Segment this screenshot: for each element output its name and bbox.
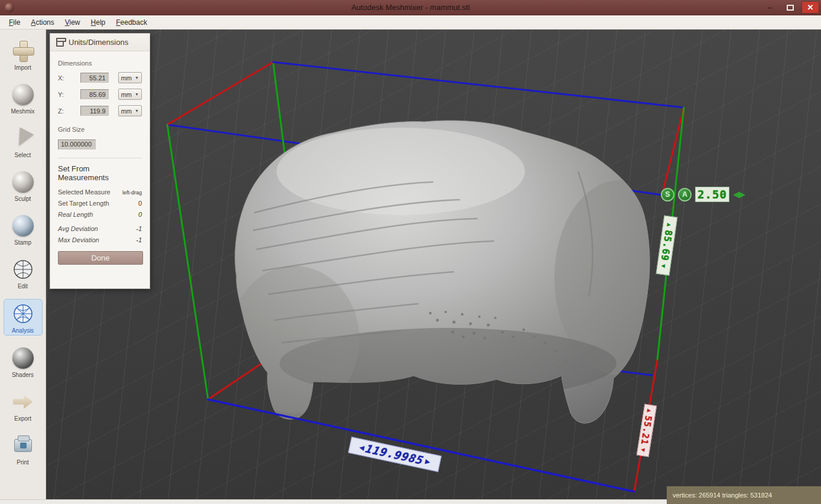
menu-view[interactable]: View — [60, 17, 86, 28]
shaders-sphere-icon — [12, 347, 34, 369]
measure-label: Selected Measure — [58, 188, 111, 196]
mesh-stats-bar: vertices: 265914 triangles: 531824 — [667, 486, 821, 504]
print-printer-icon — [14, 439, 32, 452]
unit-y-value: mm — [121, 91, 132, 98]
dimension-row-z: Z: mm ▼ — [58, 105, 142, 116]
maximize-button[interactable] — [782, 2, 799, 13]
arrow-down-icon: ▼ — [660, 262, 667, 269]
dimension-row-y: Y: mm ▼ — [58, 89, 142, 100]
auto-toggle-button[interactable]: A — [678, 188, 692, 201]
tool-sidebar: Import Meshmix Select Sculpt Stamp Edit … — [0, 30, 46, 499]
minimize-button[interactable]: – — [762, 2, 778, 13]
measurement-row: Set Target Length 0 — [58, 200, 142, 207]
bottom-scrollbar[interactable] — [0, 499, 667, 504]
title-bar: Autodesk Meshmixer - mammut.stl – ✕ — [0, 0, 821, 15]
target-length-value[interactable]: 2.50 — [695, 187, 729, 202]
measure-label: Max Deviation — [58, 236, 99, 243]
measure-value: -1 — [136, 225, 142, 232]
chevron-down-icon: ▼ — [135, 76, 139, 80]
sidebar-item-label: Import — [14, 64, 31, 71]
arrow-left-icon: ◀ — [359, 443, 365, 451]
panel-divider — [58, 158, 142, 158]
chevron-down-icon: ▼ — [135, 92, 139, 96]
menu-bar: File Actions View Help Feedback — [0, 15, 821, 30]
measure-value: left-drag — [122, 190, 142, 196]
target-length-stepper-arrows[interactable]: ◀▶ — [733, 189, 744, 200]
sidebar-item-shaders[interactable]: Shaders — [4, 344, 43, 379]
grid-size-label: Grid Size — [58, 126, 142, 133]
sidebar-item-label: Print — [17, 459, 29, 466]
arrow-right-icon: ▶ — [424, 457, 431, 466]
window-controls: – ✕ — [762, 2, 819, 13]
sidebar-item-print[interactable]: Print — [4, 431, 43, 467]
measure-label: Real Length — [58, 211, 93, 218]
sidebar-item-label: Stamp — [14, 239, 31, 246]
measurement-row: Selected Measure left-drag — [58, 188, 142, 196]
dim-x-input[interactable] — [80, 73, 109, 83]
menu-actions[interactable]: Actions — [25, 17, 59, 28]
sidebar-item-label: Meshmix — [11, 108, 34, 115]
window-title: Autodesk Meshmixer - mammut.stl — [0, 3, 821, 12]
measurement-row: Max Deviation -1 — [58, 236, 142, 243]
close-button[interactable]: ✕ — [802, 2, 819, 13]
unit-x-dropdown[interactable]: mm ▼ — [118, 72, 142, 83]
sidebar-item-label: Edit — [18, 283, 28, 290]
menu-file[interactable]: File — [4, 17, 25, 28]
sidebar-item-label: Analysis — [12, 327, 34, 334]
arrow-down-icon: ▼ — [640, 446, 648, 454]
viewport-3d[interactable]: S A 2.50 ◀▶ ▲ 85.69 ▼ ▲ 55.21 ▼ ◀ 119.99… — [46, 30, 821, 504]
mesh-stats-text: vertices: 265914 triangles: 531824 — [673, 492, 772, 499]
grid-size-input[interactable] — [58, 139, 96, 149]
sidebar-item-select[interactable]: Select — [4, 124, 43, 160]
import-plus-icon — [12, 40, 34, 61]
unit-z-value: mm — [121, 108, 132, 115]
dim-z-input[interactable] — [80, 106, 109, 116]
measurement-row: Real Length 0 — [58, 211, 142, 218]
sidebar-item-import[interactable]: Import — [4, 37, 43, 72]
edit-wireframe-icon — [11, 258, 35, 281]
sidebar-item-label: Export — [14, 415, 31, 422]
chevron-down-icon: ▼ — [135, 109, 139, 113]
menu-feedback[interactable]: Feedback — [111, 17, 152, 28]
unit-y-dropdown[interactable]: mm ▼ — [118, 89, 142, 100]
done-button[interactable]: Done — [58, 251, 143, 265]
stamp-sphere-icon — [12, 215, 34, 236]
sidebar-item-label: Sculpt — [15, 196, 31, 202]
sidebar-item-export[interactable]: Export — [4, 388, 43, 423]
unit-x-value: mm — [121, 74, 132, 82]
mammoth-model — [229, 121, 684, 423]
select-arrow-icon — [12, 128, 33, 149]
axis-y-label: Y: — [58, 91, 70, 98]
arrow-up-icon: ▲ — [666, 222, 673, 229]
measurement-row: Avg Deviation -1 — [58, 225, 142, 232]
measure-label: Avg Deviation — [58, 225, 98, 232]
sidebar-item-sculpt[interactable]: Sculpt — [4, 168, 43, 203]
measurements-section-title: Set From Measurements — [58, 164, 142, 182]
snap-toggle-button[interactable]: S — [661, 188, 674, 201]
maximize-icon — [787, 5, 794, 11]
panel-header: Units/Dimensions — [50, 34, 150, 51]
measure-value: 0 — [138, 200, 142, 207]
measure-label: Set Target Length — [58, 200, 109, 207]
measure-value: 0 — [138, 211, 142, 218]
target-length-badge: S A 2.50 ◀▶ — [661, 187, 744, 202]
units-dimensions-panel: Units/Dimensions Dimensions X: mm ▼ Y: m… — [50, 33, 150, 289]
scene-3d — [46, 30, 821, 504]
dimensions-section-label: Dimensions — [58, 60, 142, 67]
panel-title: Units/Dimensions — [69, 38, 128, 47]
arrow-up-icon: ▲ — [645, 407, 654, 415]
sidebar-item-stamp[interactable]: Stamp — [4, 212, 43, 247]
units-box-icon — [56, 41, 64, 47]
sidebar-item-edit[interactable]: Edit — [4, 255, 43, 291]
axis-x-label: X: — [58, 74, 70, 82]
sidebar-item-label: Select — [15, 152, 31, 158]
measure-value: -1 — [136, 236, 142, 243]
dim-y-input[interactable] — [80, 89, 109, 99]
analysis-wireframe-icon — [11, 302, 35, 326]
unit-z-dropdown[interactable]: mm ▼ — [118, 105, 142, 116]
sidebar-item-label: Shaders — [12, 372, 34, 378]
export-arrow-icon — [13, 394, 33, 409]
menu-help[interactable]: Help — [86, 17, 111, 28]
sidebar-item-meshmix[interactable]: Meshmix — [4, 80, 43, 116]
sidebar-item-analysis[interactable]: Analysis — [4, 299, 43, 336]
